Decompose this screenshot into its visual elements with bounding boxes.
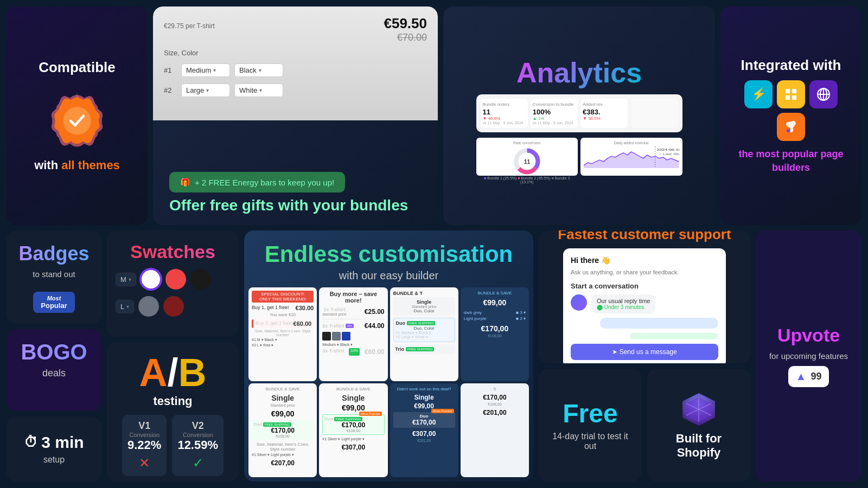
endless-header: Endless customisation with our easy buil… xyxy=(254,230,524,287)
svg-text:11: 11 xyxy=(524,159,531,165)
ab-v2: V2 Conversion 12.59% ✓ xyxy=(172,415,224,476)
stat-added-rev: Added rev. €383. ▼ 38.5% xyxy=(580,99,628,128)
card-badges: Badges to stand out Most Popular €59.50 … xyxy=(7,230,101,324)
chat-mockup: Hi there 👋 Ask us anything, or share you… xyxy=(563,248,726,363)
endless-item-2: Buy more – save more! 1x T-shirt standar… xyxy=(319,287,387,381)
endless-grid: SPECIAL DISCOUNT! ONLY THIS WEEKEND! Buy… xyxy=(244,287,533,481)
mid-left-col: Swatches M ▾ L ▾ A/B testing xyxy=(107,230,239,481)
chat-message: Our usual reply time ⬤ Under 3 minutes xyxy=(571,294,718,313)
row1: Compatible with all themes xyxy=(7,7,861,225)
chat-sub: Ask us anything, or share your feedback. xyxy=(571,269,718,275)
variant1-size-select[interactable]: Medium ▾ xyxy=(181,63,230,77)
card-ab: A/B testing V1 Conversion 9.22% ✕ V2 Con… xyxy=(107,342,239,481)
chat-bubble: Our usual reply time ⬤ Under 3 minutes xyxy=(591,294,655,313)
shopify-title: Built for Shopify xyxy=(655,432,743,460)
endless-subtitle: with our easy builder xyxy=(265,269,513,282)
bundle-price-new: €59.50 xyxy=(384,15,427,32)
v2-sub: Conversion xyxy=(177,432,218,438)
ab-subtitle: testing xyxy=(153,394,192,408)
ab-versions: V1 Conversion 9.22% ✕ V2 Conversion 12.5… xyxy=(117,415,229,476)
three-min-subtitle: setup xyxy=(43,455,65,465)
bogo-title: BOGO xyxy=(21,340,87,364)
svg-rect-9 xyxy=(792,89,796,93)
bundle-cta: Offer free gifts with your bundles xyxy=(169,197,408,214)
svg-point-16 xyxy=(787,129,790,132)
card-3min: ⏱ 3 min setup xyxy=(7,416,101,481)
fastest-highlight: Fastest xyxy=(558,230,607,242)
swatch-dark[interactable] xyxy=(190,269,211,290)
free-title: Free xyxy=(563,399,617,428)
svg-text:→ Last 30d: 94.85: → Last 30d: 94.85 xyxy=(657,152,679,156)
bundle-cta-suffix: with your bundles xyxy=(274,197,408,214)
bundle-price-old: €70.00 xyxy=(384,32,427,43)
endless-item-3: BUNDLE & T Single Standard price Duo, Co… xyxy=(390,287,458,381)
right-bottom-row: Free 14-day trial to test it out xyxy=(539,369,750,482)
card-integrated: Integrated with ⚡ the most popular page … xyxy=(720,7,861,225)
stat-conversion: Conversion to bundle 100% ▲ 1% vs 11 May… xyxy=(531,99,578,128)
three-min-title: ⏱ 3 min xyxy=(24,433,84,452)
chevron-down-icon: ▾ xyxy=(206,87,209,93)
bundle-price-group: €59.50 €70.00 xyxy=(384,15,427,43)
row2: Badges to stand out Most Popular €59.50 … xyxy=(7,230,861,481)
analytics-title: Analytics xyxy=(516,56,642,89)
swatch-white[interactable] xyxy=(141,269,161,290)
shopify-icon xyxy=(680,390,718,428)
swatch-gray[interactable] xyxy=(138,296,159,317)
paint-icon xyxy=(777,113,805,141)
card-compatible: Compatible with all themes xyxy=(7,7,148,225)
badge-display: Most Popular xyxy=(33,290,74,315)
variant2-color-select[interactable]: White ▾ xyxy=(234,84,283,97)
bundle-price-row: €29.75 per T-shirt €59.50 €70.00 xyxy=(164,15,427,43)
endless-item-8: 5 €170,00 €108,00 €201,00 xyxy=(461,383,529,477)
gift-icon: 🎁 xyxy=(180,177,190,187)
integrated-highlight: the most popular xyxy=(738,149,818,159)
free-gift-bar: 🎁 + 2 FREE Energy bars to keep you up! xyxy=(169,172,345,192)
chart-conversion: Rate conversion 11 ■ Bundle 1 (25.5%) ■ … xyxy=(476,138,578,176)
variant-row-1: #1 Medium ▾ Black ▾ xyxy=(164,63,427,77)
svg-rect-10 xyxy=(786,95,790,100)
chevron-down-icon: ▾ xyxy=(129,277,131,282)
v1-label: V1 xyxy=(127,420,161,432)
variant2-label: #2 xyxy=(164,86,177,94)
endless-item-5: BUNDLE & SAVE Single Standard price €99,… xyxy=(248,383,317,477)
chevron-down-icon: ▾ xyxy=(126,304,129,310)
card-upvote: Upvote for upcoming features ▲ 99 xyxy=(756,230,861,481)
ab-title: A/B xyxy=(139,353,207,392)
variant1-color-select[interactable]: Black ▾ xyxy=(234,63,283,77)
thunder-icon: ⚡ xyxy=(744,80,773,108)
bundle-cta-highlight: free gifts xyxy=(210,197,274,214)
compatible-subtitle: with all themes xyxy=(34,158,120,172)
card-bogo: BOGO deals xyxy=(7,329,101,410)
svg-rect-8 xyxy=(786,89,790,93)
ab-b: B xyxy=(178,351,207,394)
endless-title: Endless customisation xyxy=(265,241,513,267)
bundle-price-per: €29.75 per T-shirt xyxy=(164,22,377,30)
v2-pct: 12.59% xyxy=(177,438,218,452)
badges-subtitle: to stand out xyxy=(33,269,75,279)
badge-icon xyxy=(47,90,107,150)
right-col: Fastest customer support Hi there 👋 Ask … xyxy=(539,230,750,481)
reply-time: ⬤ Under 3 minutes xyxy=(597,304,650,310)
upvote-button[interactable]: ▲ 99 xyxy=(788,366,829,387)
close-icon: ✕ xyxy=(127,455,161,471)
size-selector-l[interactable]: L ▾ xyxy=(116,300,134,313)
compatible-highlight: all themes xyxy=(61,158,120,172)
send-message-button[interactable]: ➤ Send us a message xyxy=(571,344,718,360)
integrated-subtitle: the most popular page builders xyxy=(730,147,852,175)
upvote-title: Upvote xyxy=(777,325,840,346)
chevron-down-icon: ▾ xyxy=(259,67,261,73)
svg-point-0 xyxy=(63,107,91,134)
upvote-count: 99 xyxy=(810,371,821,382)
variant-row-2: #2 Large ▾ White ▾ xyxy=(164,84,427,97)
analytics-charts: Rate conversion 11 ■ Bundle 1 (25.5%) ■ … xyxy=(476,138,682,176)
compatible-title: Compatible xyxy=(39,59,116,76)
size-selector-m[interactable]: M ▾ xyxy=(116,273,136,286)
swatch-row-m: M ▾ xyxy=(116,269,230,290)
ab-v1: V1 Conversion 9.22% ✕ xyxy=(122,415,167,476)
stack-icon xyxy=(777,80,805,108)
left-col: Badges to stand out Most Popular €59.50 … xyxy=(7,230,101,481)
swatch-red[interactable] xyxy=(165,269,186,290)
swatch-darkred[interactable] xyxy=(163,296,184,317)
bogo-subtitle: deals xyxy=(42,368,66,379)
variant2-size-select[interactable]: Large ▾ xyxy=(181,84,230,97)
